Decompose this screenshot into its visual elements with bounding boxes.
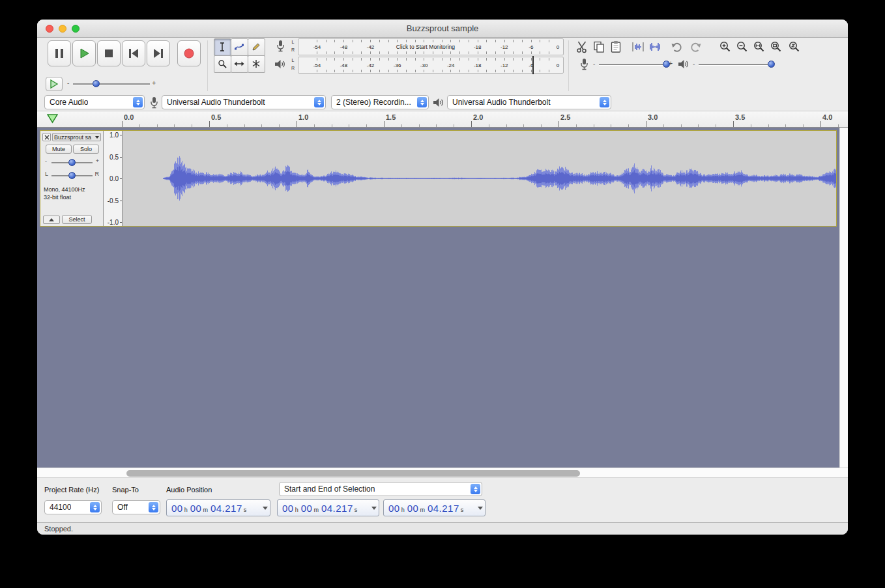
gain-slider[interactable]: - + <box>45 157 99 169</box>
vertical-scrollbar[interactable] <box>839 128 848 468</box>
time-unit: s <box>244 507 247 513</box>
time-shift-tool-button[interactable] <box>231 55 248 73</box>
gain-min-label: - <box>45 158 47 164</box>
playback-meter-channel-labels: L R <box>290 57 296 72</box>
recording-meter[interactable]: -54-48-42-18-12-60 Click to Start Monito… <box>298 38 564 55</box>
draw-tool-button[interactable] <box>248 38 265 56</box>
cut-button[interactable] <box>573 38 590 55</box>
mute-button[interactable]: Mute <box>46 145 72 154</box>
close-icon <box>44 135 50 140</box>
time-display[interactable]: 00h00m04.217s <box>277 499 379 516</box>
horizontal-scrollbar[interactable] <box>37 468 848 478</box>
audio-track[interactable]: Buzzsprout sa Mute Solo - + L <box>40 130 837 227</box>
select-stepper[interactable] <box>314 97 324 107</box>
vertical-ruler-label: -0.5 <box>108 197 119 204</box>
time-shift-tool-icon <box>234 60 244 68</box>
play-button[interactable] <box>72 40 96 66</box>
vertical-ruler-tick <box>120 178 122 179</box>
selection-range-mode-select[interactable]: Start and End of Selection <box>279 482 482 496</box>
skip-to-start-button[interactable] <box>122 40 145 66</box>
audio-host-select[interactable]: Core Audio <box>44 95 145 109</box>
time-unit: s <box>461 507 464 513</box>
slider-min-label: - <box>67 79 69 87</box>
snap-to-select[interactable]: Off <box>112 500 160 514</box>
skip-to-end-button[interactable] <box>147 40 170 66</box>
slider-groove <box>699 64 768 65</box>
play-at-speed-button[interactable] <box>46 77 63 91</box>
status-bar: Stopped. <box>37 522 848 535</box>
playback-meter[interactable]: -54-48-42-36-30-24-18-12-60 <box>298 57 564 74</box>
timeline-scale[interactable]: 0.00.51.01.52.02.53.03.54.0 <box>122 111 839 127</box>
zoom-toggle-button[interactable] <box>786 38 802 55</box>
track-control-panel[interactable]: Buzzsprout sa Mute Solo - + L <box>40 131 104 226</box>
close-window-button[interactable] <box>46 25 53 33</box>
time-display-dropdown-arrow[interactable] <box>371 507 377 510</box>
envelope-tool-button[interactable] <box>231 38 248 56</box>
undo-button[interactable] <box>669 38 685 55</box>
recording-volume-slider[interactable]: - + <box>593 57 673 72</box>
time-display-dropdown-arrow[interactable] <box>263 507 268 510</box>
pause-button[interactable] <box>48 40 71 66</box>
gain-thumb[interactable] <box>68 159 76 166</box>
play-speed-thumb[interactable] <box>93 80 100 87</box>
select-stepper[interactable] <box>600 97 609 107</box>
playback-device-select[interactable]: Universal Audio Thunderbolt <box>447 95 611 109</box>
select-track-button[interactable]: Select <box>62 215 92 224</box>
paste-button[interactable] <box>607 38 624 55</box>
selection-tool-button[interactable] <box>214 38 231 56</box>
time-display-dropdown-arrow[interactable] <box>478 507 483 510</box>
zoom-window-button[interactable] <box>72 25 80 33</box>
timeline-tick <box>733 121 734 127</box>
pan-slider[interactable]: L R <box>45 170 99 182</box>
select-stepper[interactable] <box>471 484 480 494</box>
timeline-ruler[interactable]: 0.00.51.01.52.02.53.03.54.0 <box>37 111 848 128</box>
playback-volume-slider[interactable]: - + <box>693 57 774 72</box>
fit-selection-button[interactable] <box>751 38 767 55</box>
solo-label: Solo <box>80 146 92 152</box>
trim-audio-button[interactable] <box>630 38 646 55</box>
waveform-area[interactable] <box>123 131 836 226</box>
time-display[interactable]: 00h00m04.217s <box>166 499 270 516</box>
track-name-menu[interactable]: Buzzsprout sa <box>52 133 101 141</box>
monitoring-hint[interactable]: Click to Start Monitoring <box>396 44 455 50</box>
minimize-window-button[interactable] <box>59 25 66 33</box>
playback-volume-thumb[interactable] <box>768 61 775 68</box>
recording-volume-thumb[interactable] <box>663 61 670 68</box>
zoom-in-button[interactable] <box>717 38 733 55</box>
zoom-tool-button[interactable] <box>214 55 231 73</box>
title-bar[interactable]: Buzzsprout sample <box>37 20 848 38</box>
time-hours: 00 <box>171 503 183 514</box>
copy-button[interactable] <box>590 38 607 55</box>
select-stepper[interactable] <box>90 502 100 512</box>
solo-button[interactable]: Solo <box>73 145 99 154</box>
meter-scale-number: -48 <box>340 44 348 50</box>
vertical-ruler[interactable]: 1.00.50.0-0.5-1.0 <box>104 131 123 226</box>
pan-thumb[interactable] <box>68 172 76 179</box>
time-display[interactable]: 00h00m04.217s <box>383 499 486 516</box>
redo-button[interactable] <box>687 38 703 55</box>
recording-channels-select[interactable]: 2 (Stereo) Recordin... <box>331 95 429 109</box>
silence-audio-button[interactable] <box>646 38 663 55</box>
select-label: Select <box>68 216 85 223</box>
record-button[interactable] <box>177 40 201 66</box>
recording-device-select[interactable]: Universal Audio Thunderbolt <box>162 95 326 109</box>
stop-button[interactable] <box>97 40 121 66</box>
project-rate-select[interactable]: 44100 <box>44 500 102 514</box>
play-speed-slider[interactable]: - + <box>67 77 156 91</box>
track-canvas-area[interactable]: Buzzsprout sa Mute Solo - + L <box>37 128 848 468</box>
fit-project-button[interactable] <box>768 38 784 55</box>
multi-tool-button[interactable] <box>248 55 265 73</box>
horizontal-scrollbar-thumb[interactable] <box>126 470 581 477</box>
select-stepper[interactable] <box>417 97 427 107</box>
project-rate-value: 44100 <box>50 503 71 512</box>
meter-scale-number: -54 <box>313 63 321 68</box>
close-track-button[interactable] <box>42 133 51 141</box>
select-stepper[interactable] <box>133 97 143 107</box>
zoom-out-button[interactable] <box>734 38 750 55</box>
collapse-track-button[interactable] <box>43 216 60 224</box>
audio-position-label: Audio Position <box>166 486 212 494</box>
select-stepper[interactable] <box>149 502 158 512</box>
pinned-play-head-icon[interactable] <box>47 114 58 126</box>
waveform-canvas[interactable] <box>123 131 836 226</box>
silence-audio-icon <box>648 40 661 53</box>
